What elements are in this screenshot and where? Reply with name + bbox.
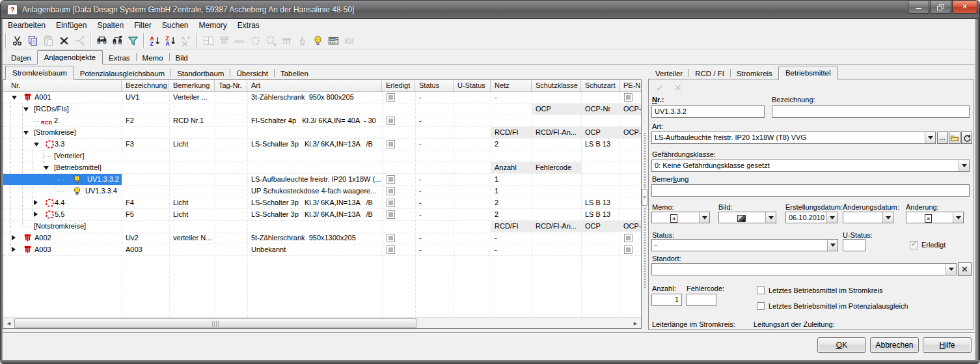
column-header-tag-nr[interactable]: Tag-Nr. [215,80,247,92]
gefaehrdungsklasse-combo[interactable]: 0: Keine Gefährdungsklasse gesetzt [651,160,970,172]
chevron-down-icon[interactable] [882,212,893,223]
u-status-field[interactable] [843,239,865,251]
standort-combo[interactable] [651,263,957,275]
cut-icon[interactable] [9,33,25,48]
erledigt-checkbox[interactable] [387,175,395,184]
splitter-collapse-button[interactable]: > [642,189,647,206]
expand-arrow-icon[interactable] [12,247,16,252]
bezeichnung-field[interactable] [772,105,970,118]
collapse-arrow-icon[interactable] [44,166,49,170]
tree-tab-tabellen[interactable]: Tabellen [275,68,314,79]
tree-row-betriebsmittel[interactable]: [Betriebsmittel]AnzahlFehlercode [3,162,641,174]
menu-item-filter[interactable]: Filter [129,20,157,31]
chevron-down-icon[interactable] [953,212,963,223]
tree-row-2[interactable]: RCD2F2RCD Nr.1FI-Schalter 4p Kl.3/ 6KA,I… [3,115,641,127]
column-header-schutzart[interactable]: Schutzart [581,80,619,92]
close-button[interactable]: ✕ [952,1,977,14]
ok-button[interactable]: OK [817,337,866,353]
scroll-right-arrow[interactable]: ▶ [630,318,641,329]
pe-n-checkbox[interactable] [624,234,633,242]
tree-row-uv1-3-3-4[interactable]: UV1.3.3.4UP Schukosteckdose 4-fach waage… [3,186,641,197]
aenderung-combo[interactable]: a [906,212,964,223]
chevron-down-icon[interactable] [826,212,837,223]
standort-clear-button[interactable]: ✕ [958,262,972,276]
detail-tab-stromkreis[interactable]: Stromkreis [731,68,778,79]
tab-memo[interactable]: Memo [137,52,169,64]
tree-row-a001[interactable]: A001UV1Verteiler ...3t-Zählerschrank 950… [3,92,641,104]
find-next-icon[interactable] [109,33,125,48]
chevron-down-icon[interactable] [765,212,776,223]
column-header-u-status[interactable]: U-Status [454,80,491,92]
chevron-down-icon[interactable] [699,212,709,223]
tree-tab-übersicht[interactable]: Übersicht [230,68,274,79]
erstellungsdatum-combo[interactable]: 06.10.2010 [785,212,837,223]
aenderungsdatum-combo[interactable] [843,212,893,223]
column-header-erledigt[interactable]: Erledigt [382,80,415,92]
column-header-status[interactable]: Status [415,80,454,92]
letztes-betriebsmittel-stromkreis-checkbox[interactable] [757,287,765,294]
detail-tab-betriebsmittel[interactable]: Betriebsmittel [778,66,838,80]
menu-item-bearbeiten[interactable]: Bearbeiten [3,20,51,31]
panel-splitter[interactable]: > [642,79,648,329]
memo-combo[interactable]: a [651,212,710,223]
cancel-button[interactable]: Abbrechen [870,337,919,353]
collapse-arrow-icon[interactable] [23,131,29,135]
collapse-arrow-icon[interactable] [23,107,29,111]
tree-row-4-4[interactable]: 4.4F4LichtLS-Schalter 3p Kl.3/ 6KA,IN=13… [3,197,641,209]
title-bar[interactable]: ? Anlagenbaum [Data Design System GmbH Z… [0,0,980,19]
expand-arrow-icon[interactable] [12,235,16,240]
erledigt-checkbox[interactable] [387,234,395,242]
detail-tab-rcd-fi[interactable]: RCD / FI [689,68,730,79]
expand-arrow-icon[interactable] [34,212,38,217]
tab-bild[interactable]: Bild [170,52,194,64]
tab-extras[interactable]: Extras [103,52,136,64]
tree-row-5-5[interactable]: 5.5F5LichtLS-Schalter 3p Kl.3/ 6KA,IN=13… [3,209,641,221]
tree-row-a002[interactable]: A002Uv2verteiler N...5t-Zählerschrank 95… [3,232,641,244]
erledigt-checkbox[interactable] [910,241,918,249]
chevron-down-icon[interactable] [959,160,969,171]
tree-row-verteiler[interactable]: [Verteiler] [3,150,641,162]
delete-icon[interactable] [56,33,72,48]
sort-za-icon[interactable]: ZA [163,33,178,48]
tree-tab-stromkreisbaum[interactable]: Stromkreisbaum [5,66,74,80]
column-header-bezeichnung[interactable]: Bezeichnung [122,80,169,92]
art-open-folder-button[interactable] [949,132,960,144]
letztes-betriebsmittel-potenzialausgleich-checkbox[interactable] [757,302,765,310]
toolbar-group-handle[interactable] [90,33,92,48]
tree-row-a003[interactable]: A003A003Unbekannt-- [3,244,641,256]
help-button[interactable]: Hilfe [923,337,972,353]
tree-row-uv1-3-3-2[interactable]: UV1.3.3.2LS-Aufbauleuchte freistr. IP20 … [3,174,641,186]
restore-button[interactable] [930,1,951,14]
menu-item-extras[interactable]: Extras [232,20,265,31]
tree-row-stromkreise[interactable]: [Stromkreise]RCD/FIRCD/FI-An...OCPOCP-..… [3,127,641,139]
minimize-button[interactable] [908,1,929,14]
sort-az-icon[interactable]: AZ [147,33,163,48]
tree-row-3-3[interactable]: 3.3F3LichtLS-Schalter 3p Kl.3/ 6KA,IN=13… [3,139,641,150]
tab-anlagenobjekte[interactable]: Anlagenobjekte [37,50,103,64]
tree-tab-potenzialausgleichsbaum[interactable]: Potenzialausgleichsbaum [74,68,170,79]
column-header-schutzklasse[interactable]: Schutzklasse [532,80,581,92]
tab-daten[interactable]: Daten [5,52,37,64]
art-reload-button[interactable] [961,132,972,144]
toolbar-group-handle[interactable] [143,33,145,48]
erledigt-checkbox[interactable] [387,245,395,254]
menu-item-memory[interactable]: Memory [194,20,232,31]
pe-n-checkbox[interactable] [624,245,633,254]
erledigt-checkbox[interactable] [387,187,395,195]
nr-field[interactable]: UV1.3.3.2 [651,105,765,118]
toolbar-group-handle[interactable] [197,33,198,48]
find-icon[interactable] [94,33,109,48]
scrollbar-thumb[interactable] [14,318,416,328]
chevron-down-icon[interactable] [946,264,956,275]
tree-row-rcds-fis[interactable]: [RCDs/FIs]OCPOCP-NrOCP-... [3,104,641,115]
copy-icon[interactable] [25,33,40,48]
calculate-icon[interactable]: 123 [325,33,341,48]
detail-tab-verteiler[interactable]: Verteiler [649,68,688,79]
apply-icon[interactable]: ✓ [656,83,664,93]
collapse-arrow-icon[interactable] [34,143,39,147]
column-header-bemerkung[interactable]: Bemerkung [169,80,215,92]
insert-betriebsmittel-icon[interactable] [310,33,325,48]
bemerkung-field[interactable] [651,184,970,197]
anzahl-field[interactable]: 1 [651,294,682,306]
erledigt-checkbox[interactable] [387,210,395,219]
